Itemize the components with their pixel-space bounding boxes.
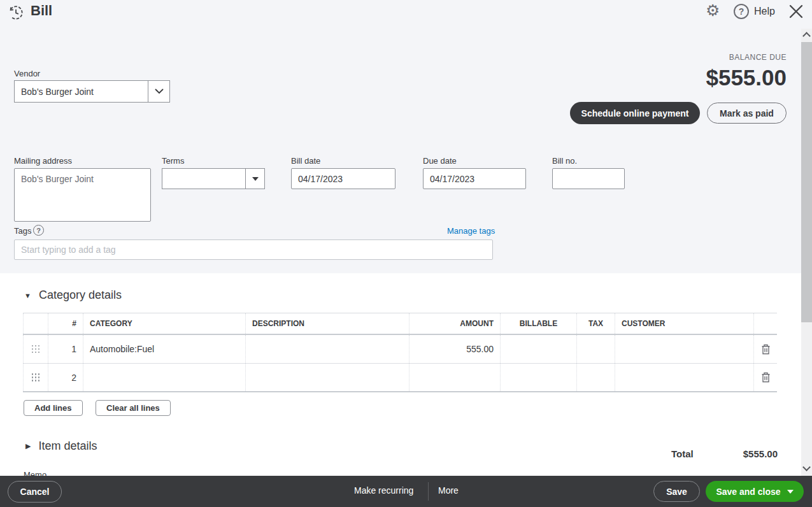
category-details-title: Category details: [39, 289, 122, 302]
header-tax: TAX: [576, 313, 615, 334]
save-options-dropdown-icon: [787, 490, 794, 494]
scroll-down-arrow-icon[interactable]: [802, 463, 811, 471]
save-button[interactable]: Save: [653, 481, 700, 502]
due-date-input[interactable]: [423, 168, 526, 189]
row-drag-handle[interactable]: [23, 335, 48, 363]
amount-cell[interactable]: 555.00: [409, 335, 500, 363]
help-label: Help: [754, 6, 775, 17]
scroll-up-arrow-icon[interactable]: [802, 32, 811, 40]
bill-date-input[interactable]: [291, 168, 395, 189]
category-cell[interactable]: [83, 364, 245, 391]
clear-all-lines-button[interactable]: Clear all lines: [96, 400, 171, 416]
category-cell[interactable]: Automobile:Fuel: [83, 335, 245, 363]
header-category: CATEGORY: [83, 313, 245, 334]
table-row: 1 Automobile:Fuel 555.00: [23, 335, 777, 364]
schedule-online-payment-button[interactable]: Schedule online payment: [570, 102, 700, 124]
mark-as-paid-button[interactable]: Mark as paid: [707, 103, 787, 124]
table-header-row: # CATEGORY DESCRIPTION AMOUNT BILLABLE T…: [23, 313, 777, 335]
scrollbar-thumb[interactable]: [801, 42, 812, 322]
collapse-triangle-icon: ▼: [24, 292, 31, 299]
billable-cell[interactable]: [500, 335, 576, 363]
terms-dropdown-button[interactable]: [245, 169, 264, 189]
description-cell[interactable]: [245, 364, 409, 391]
tax-cell[interactable]: [576, 364, 615, 391]
customer-cell[interactable]: [615, 364, 753, 391]
trash-icon: [761, 372, 771, 383]
total-value: $555.00: [743, 448, 778, 459]
header-line-number: #: [48, 313, 83, 334]
mailing-address-textarea[interactable]: Bob's Burger Joint: [14, 168, 151, 222]
tags-input[interactable]: [14, 239, 493, 260]
bill-no-input[interactable]: [552, 168, 625, 189]
page-title: Bill: [31, 3, 52, 19]
amount-cell[interactable]: [409, 364, 500, 391]
balance-due-amount: $555.00: [706, 65, 787, 90]
terms-value: [162, 169, 245, 189]
chevron-down-icon: [155, 89, 164, 94]
make-recurring-button[interactable]: Make recurring: [354, 485, 413, 496]
trash-icon: [761, 344, 771, 355]
header-billable: BILLABLE: [500, 313, 576, 334]
header-amount: AMOUNT: [409, 313, 500, 334]
vendor-field: [14, 80, 170, 103]
terms-label: Terms: [162, 156, 184, 166]
row-number: 2: [48, 364, 83, 391]
row-number: 1: [48, 335, 83, 363]
tax-cell[interactable]: [576, 335, 615, 363]
vendor-input[interactable]: [14, 80, 148, 103]
help-button[interactable]: ? Help: [734, 4, 775, 19]
triangle-down-icon: [252, 177, 259, 181]
save-and-close-button[interactable]: Save and close: [706, 481, 804, 502]
vendor-label: Vendor: [14, 69, 40, 78]
add-lines-button[interactable]: Add lines: [24, 400, 83, 416]
balance-due-label: BALANCE DUE: [729, 53, 787, 62]
bill-form-window: Bill ⚙ ? Help BALANCE DUE $555.00 Schedu…: [0, 0, 812, 507]
delete-row-button[interactable]: [753, 335, 777, 363]
category-details-toggle[interactable]: ▼ Category details: [24, 289, 122, 302]
close-icon[interactable]: [787, 3, 805, 23]
due-date-label: Due date: [423, 156, 457, 166]
drag-handle-icon: [32, 345, 40, 353]
description-cell[interactable]: [245, 335, 409, 363]
cancel-button[interactable]: Cancel: [8, 481, 62, 503]
vendor-dropdown-button[interactable]: [148, 80, 170, 103]
recent-transactions-icon[interactable]: [8, 4, 24, 24]
table-row: 2: [23, 364, 777, 392]
row-drag-handle[interactable]: [23, 364, 48, 391]
drag-handle-icon: [32, 373, 40, 382]
delete-row-button[interactable]: [753, 364, 777, 391]
help-icon: ?: [734, 4, 749, 19]
bill-no-label: Bill no.: [552, 156, 577, 166]
settings-gear-icon[interactable]: ⚙: [706, 1, 720, 20]
header-customer: CUSTOMER: [615, 313, 753, 334]
expand-triangle-icon: ▶: [25, 442, 31, 450]
header-drag-column: [23, 313, 48, 334]
billable-cell[interactable]: [500, 364, 576, 391]
manage-tags-link[interactable]: Manage tags: [447, 226, 495, 236]
customer-cell[interactable]: [615, 335, 753, 363]
terms-select[interactable]: [162, 168, 265, 189]
tags-label: Tags: [14, 226, 31, 236]
save-and-close-label: Save and close: [716, 487, 780, 497]
footer-divider: [428, 482, 429, 501]
footer-bar: Cancel Make recurring More Save Save and…: [0, 476, 812, 507]
item-details-toggle[interactable]: ▶ Item details: [25, 439, 97, 453]
header-actions-column: [753, 313, 777, 334]
bill-date-label: Bill date: [291, 156, 320, 166]
category-details-table: # CATEGORY DESCRIPTION AMOUNT BILLABLE T…: [23, 313, 777, 392]
tags-help-icon[interactable]: ?: [33, 225, 44, 236]
mailing-address-label: Mailing address: [14, 156, 72, 166]
header-description: DESCRIPTION: [245, 313, 409, 334]
vertical-scrollbar[interactable]: [801, 29, 812, 476]
item-details-title: Item details: [38, 439, 97, 453]
total-label: Total: [671, 448, 694, 459]
more-button[interactable]: More: [438, 485, 459, 496]
